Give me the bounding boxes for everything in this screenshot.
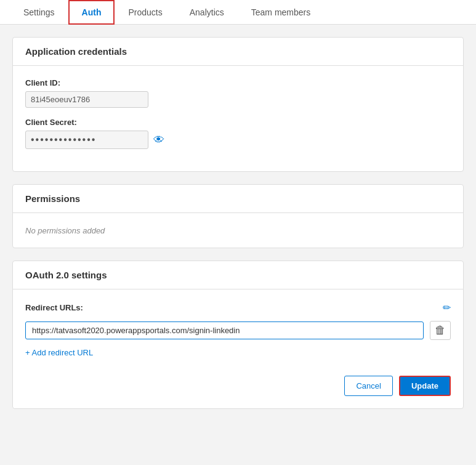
toggle-password-icon[interactable]: 👁 [153, 134, 164, 147]
permissions-card: Permissions No permissions added [12, 184, 464, 248]
app-credentials-header: Application credentials [13, 38, 463, 66]
app-credentials-body: Client ID: Client Secret: 👁 [13, 66, 463, 171]
app-credentials-title: Application credentials [25, 46, 127, 57]
permissions-title: Permissions [25, 193, 80, 204]
client-secret-label: Client Secret: [25, 118, 451, 127]
oauth-title: OAuth 2.0 settings [25, 270, 107, 280]
delete-redirect-icon[interactable]: 🗑 [430, 321, 451, 340]
oauth-card: OAuth 2.0 settings Redirect URLs: ✏ 🗑 + … [12, 261, 464, 409]
client-secret-field: 👁 [25, 131, 451, 149]
oauth-body: Redirect URLs: ✏ 🗑 + Add redirect URL Ca… [13, 289, 463, 408]
client-secret-input[interactable] [25, 131, 148, 149]
tab-team-members[interactable]: Team members [238, 0, 324, 25]
cancel-button[interactable]: Cancel [344, 376, 392, 396]
permissions-header: Permissions [13, 185, 463, 213]
add-redirect-url-link[interactable]: + Add redirect URL [25, 348, 93, 357]
redirect-urls-label: Redirect URLs: [25, 303, 83, 312]
permissions-body: No permissions added [13, 213, 463, 248]
tab-analytics[interactable]: Analytics [176, 0, 238, 25]
client-secret-group: Client Secret: 👁 [25, 118, 451, 149]
main-content: Application credentials Client ID: Clien… [0, 25, 476, 421]
action-buttons: Cancel Update [25, 370, 451, 396]
client-id-input[interactable] [25, 91, 148, 108]
tab-auth[interactable]: Auth [68, 0, 115, 25]
app-credentials-card: Application credentials Client ID: Clien… [12, 37, 464, 172]
redirect-urls-header: Redirect URLs: ✏ [25, 302, 451, 313]
tab-settings[interactable]: Settings [10, 0, 68, 25]
redirect-url-input[interactable] [25, 321, 424, 339]
client-id-label: Client ID: [25, 78, 451, 87]
oauth-header: OAuth 2.0 settings [13, 261, 463, 289]
edit-redirect-icon[interactable]: ✏ [443, 302, 451, 313]
no-permissions-text: No permissions added [25, 226, 105, 235]
tab-bar: Settings Auth Products Analytics Team me… [0, 0, 476, 25]
redirect-url-row: 🗑 [25, 321, 451, 340]
update-button[interactable]: Update [399, 376, 451, 396]
client-id-group: Client ID: [25, 78, 451, 108]
tab-products[interactable]: Products [115, 0, 175, 25]
